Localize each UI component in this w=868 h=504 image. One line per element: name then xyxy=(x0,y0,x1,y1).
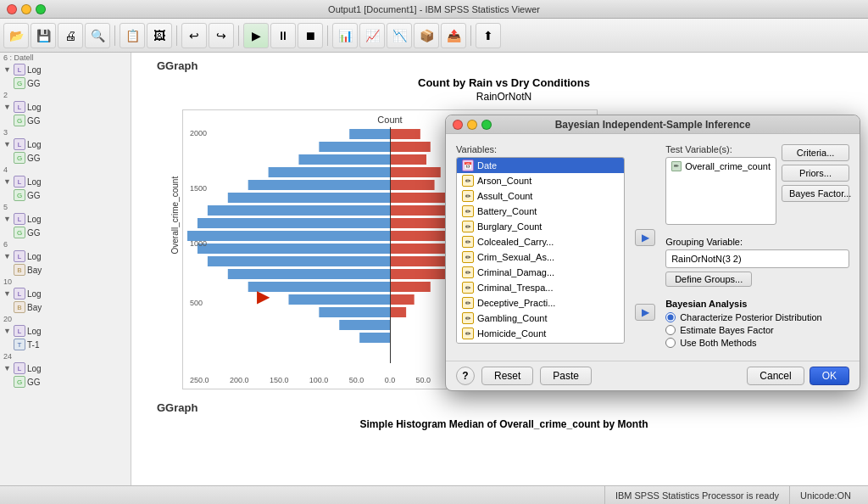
radio-both-input[interactable] xyxy=(665,338,676,348)
radio-characterize-label: Characterize Posterior Distribution xyxy=(680,312,822,322)
side-buttons-area: Test Variable(s): ✏ Overall_crime_count … xyxy=(665,144,849,230)
list-item-deceptive-label: Deceptive_Practi... xyxy=(477,298,555,308)
var-icon-homicide: ✏ xyxy=(462,328,474,339)
bayes-factor-button[interactable]: Bayes Factor... xyxy=(782,185,849,202)
help-button[interactable]: ? xyxy=(456,367,475,385)
list-item-arson-label: Arson_Count xyxy=(477,176,531,186)
criteria-button[interactable]: Criteria... xyxy=(782,144,849,161)
list-item-crimtrespa[interactable]: ✏ Criminal_Trespa... xyxy=(457,280,624,295)
radio-both-label: Use Both Methods xyxy=(680,338,757,348)
list-item-battery[interactable]: ✏ Battery_Count xyxy=(457,204,624,219)
var-icon-arson: ✏ xyxy=(462,175,474,187)
grouping-box[interactable]: RainOrNotN(3 2) xyxy=(665,249,849,268)
variables-column: Variables: 📅 Date ✏ Arson_Count ✏ Assul xyxy=(456,144,625,350)
list-item-deceptive[interactable]: ✏ Deceptive_Practi... xyxy=(457,295,624,311)
dialog-body: Variables: 📅 Date ✏ Arson_Count ✏ Assul xyxy=(446,134,860,361)
footer-right-buttons: Cancel OK xyxy=(747,367,849,385)
dialog-titlebar: Bayesian Independent-Sample Inference xyxy=(446,115,860,134)
list-item-crimsexual[interactable]: ✏ Crim_Sexual_As... xyxy=(457,249,624,265)
bayesian-analysis-title: Bayesian Analysis xyxy=(665,299,849,309)
test-variables-box[interactable]: ✏ Overall_crime_count xyxy=(665,157,776,225)
dialog-title: Bayesian Independent-Sample Inference xyxy=(555,119,751,131)
radio-characterize-input[interactable] xyxy=(665,312,676,322)
list-item-gambling-label: Gambling_Count xyxy=(477,313,548,323)
paste-button[interactable]: Paste xyxy=(540,367,592,385)
define-groups-area: Define Groups... xyxy=(665,272,849,292)
list-item-homicide-label: Homicide_Count xyxy=(477,328,546,339)
list-item-crimdamag[interactable]: ✏ Criminal_Damag... xyxy=(457,265,624,280)
list-item-crimtrespa-label: Criminal_Trespa... xyxy=(477,283,553,293)
right-fields: Test Variable(s): ✏ Overall_crime_count xyxy=(665,144,776,230)
list-item-crimsexual-label: Crim_Sexual_As... xyxy=(477,252,554,262)
var-icon-humantraffic: ✏ xyxy=(462,343,474,344)
var-icon-crimdamag: ✏ xyxy=(462,266,474,278)
list-item-burglary-label: Burglary_Count xyxy=(477,221,542,232)
list-item-date[interactable]: 📅 Date xyxy=(457,158,624,173)
radio-estimate-input[interactable] xyxy=(665,325,676,335)
list-item-concealed[interactable]: ✏ Colcealed_Carry... xyxy=(457,234,624,249)
priors-button[interactable]: Priors... xyxy=(782,165,849,182)
dialog-overlay: Bayesian Independent-Sample Inference Va… xyxy=(0,0,868,504)
move-to-test-button[interactable]: ▶ xyxy=(635,229,655,246)
var-icon-crimsexual: ✏ xyxy=(462,251,474,263)
list-item-arson[interactable]: ✏ Arson_Count xyxy=(457,173,624,188)
list-item-crimdamag-label: Criminal_Damag... xyxy=(477,267,554,277)
list-item-burglary[interactable]: ✏ Burglary_Count xyxy=(457,219,624,234)
var-icon-assult: ✏ xyxy=(462,190,474,202)
var-icon-battery: ✏ xyxy=(462,205,474,217)
dialog-close-button[interactable] xyxy=(453,120,463,130)
reset-button[interactable]: Reset xyxy=(481,367,533,385)
radio-characterize[interactable]: Characterize Posterior Distribution xyxy=(665,312,849,322)
arrow-buttons: ▶ ▶ xyxy=(632,144,659,350)
list-item-humantraffic[interactable]: ✏ Human_Trafficin... xyxy=(457,341,624,344)
define-groups-button[interactable]: Define Groups... xyxy=(665,272,752,287)
cancel-button[interactable]: Cancel xyxy=(747,367,804,385)
dialog-controls[interactable] xyxy=(453,120,492,130)
radio-estimate-label: Estimate Bayes Factor xyxy=(680,325,774,335)
variables-label: Variables: xyxy=(456,144,625,154)
test-var-item: ✏ Overall_crime_count xyxy=(671,160,771,172)
move-to-grouping-button[interactable]: ▶ xyxy=(635,304,655,321)
dialog-min-button[interactable] xyxy=(467,120,477,130)
var-icon-crimtrespa: ✏ xyxy=(462,282,474,294)
var-icon-deceptive: ✏ xyxy=(462,297,474,309)
footer-left-buttons: ? Reset Paste xyxy=(456,367,592,385)
grouping-label: Grouping Variable: xyxy=(665,237,849,247)
list-item-gambling[interactable]: ✏ Gambling_Count xyxy=(457,311,624,326)
dialog-max-button[interactable] xyxy=(481,120,492,130)
var-icon-concealed: ✏ xyxy=(462,236,474,248)
list-item-battery-label: Battery_Count xyxy=(477,206,537,216)
test-var-icon: ✏ xyxy=(671,161,682,171)
list-item-assult[interactable]: ✏ Assult_Count xyxy=(457,188,624,204)
side-buttons: Criteria... Priors... Bayes Factor... xyxy=(782,144,849,230)
bayesian-dialog: Bayesian Independent-Sample Inference Va… xyxy=(445,115,860,391)
var-icon-burglary: ✏ xyxy=(462,221,474,232)
ok-button[interactable]: OK xyxy=(810,367,849,385)
radio-both[interactable]: Use Both Methods xyxy=(665,338,849,348)
dialog-footer: ? Reset Paste Cancel OK xyxy=(446,361,860,390)
date-icon: 📅 xyxy=(462,160,474,171)
grouping-value: RainOrNotN(3 2) xyxy=(671,254,742,264)
list-item-date-label: Date xyxy=(477,160,497,171)
right-column: Test Variable(s): ✏ Overall_crime_count … xyxy=(665,144,849,350)
list-item-assult-label: Assult_Count xyxy=(477,191,532,201)
list-item-homicide[interactable]: ✏ Homicide_Count xyxy=(457,326,624,341)
list-item-concealed-label: Colcealed_Carry... xyxy=(477,237,554,247)
bayesian-analysis-section: Bayesian Analysis Characterize Posterior… xyxy=(665,299,849,348)
var-icon-gambling: ✏ xyxy=(462,312,474,324)
dialog-columns: Variables: 📅 Date ✏ Arson_Count ✏ Assul xyxy=(456,144,849,350)
test-variables-label: Test Variable(s): xyxy=(665,144,776,154)
variables-list[interactable]: 📅 Date ✏ Arson_Count ✏ Assult_Count ✏ xyxy=(456,157,625,344)
test-var-label: Overall_crime_count xyxy=(685,161,771,171)
radio-estimate[interactable]: Estimate Bayes Factor xyxy=(665,325,849,335)
